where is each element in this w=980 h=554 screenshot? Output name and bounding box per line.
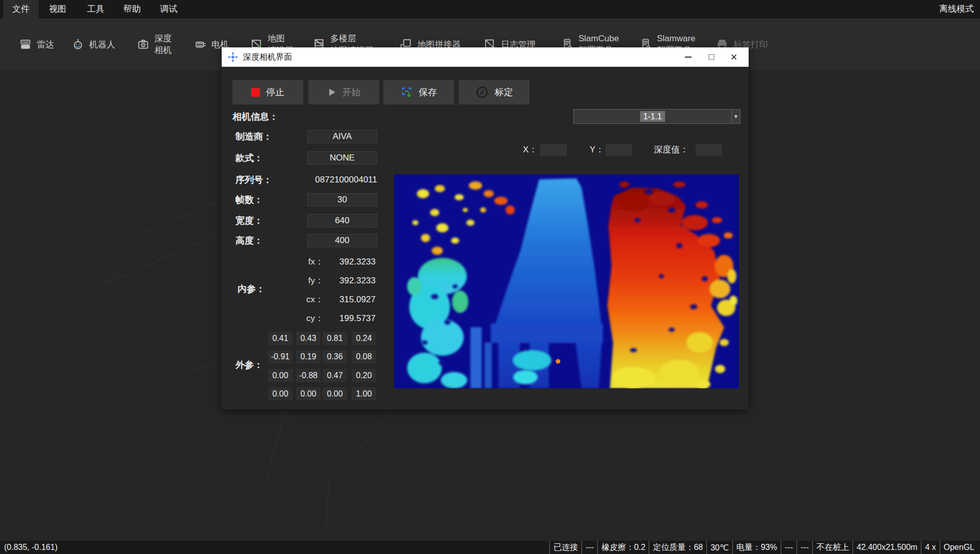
toolbar-item-robot[interactable]: 机器人 [71, 18, 115, 70]
menu-help[interactable]: 帮助 [116, 0, 148, 18]
lidar-icon [19, 38, 32, 51]
dialog-titlebar[interactable]: 深度相机界面 ✕ [222, 47, 749, 67]
camera-info-header: 相机信息： [232, 111, 278, 123]
depth-image-view[interactable] [394, 174, 739, 388]
menu-debug[interactable]: 调试 [153, 0, 184, 18]
field-label-serial: 序列号： [235, 174, 272, 186]
chevron-down-icon[interactable]: ▼ [731, 110, 740, 123]
field-label-height: 高度： [235, 234, 263, 247]
field-value-height: 400 [307, 234, 377, 247]
toolbar-label: 雷达 [37, 39, 54, 50]
status-eraser: 橡皮擦：0.2 [597, 541, 649, 554]
status-placeholder-2: --- [781, 541, 797, 554]
matrix-cell: 0.81 [323, 332, 347, 345]
close-button[interactable]: ✕ [722, 47, 746, 67]
menu-file[interactable]: 文件 [3, 0, 39, 18]
offline-mode-label: 离线模式 [939, 0, 974, 18]
status-placeholder-3: --- [797, 541, 812, 554]
probe-depth-label: 深度值： [654, 144, 688, 156]
field-label-width: 宽度： [235, 215, 263, 227]
cursor-coordinates: (0.835, -0.161) [4, 541, 58, 554]
matrix-cell: -0.91 [268, 350, 293, 363]
probe-depth-value [696, 144, 722, 156]
status-zoom-level: 4 x [921, 541, 939, 554]
intrinsic-fy-label: fy： [283, 274, 324, 287]
matrix-cell: 0.00 [323, 387, 347, 401]
intrinsics-label: 内参： [237, 283, 265, 295]
matrix-cell: 1.00 [352, 387, 376, 401]
menu-tools[interactable]: 工具 [81, 0, 111, 18]
status-localization-quality: 定位质量：68 [649, 541, 706, 554]
intrinsic-fx-label: fx： [283, 255, 324, 269]
calibrate-compass-icon [475, 86, 489, 99]
field-label-fps: 帧数： [235, 194, 263, 206]
robot-icon [71, 38, 85, 51]
field-value-fps: 30 [307, 193, 377, 206]
field-value-model: NONE [307, 151, 377, 165]
dialog-title: 深度相机界面 [243, 52, 292, 63]
matrix-cell: 0.24 [352, 332, 376, 345]
intrinsic-fx-value: 392.3233 [325, 255, 376, 269]
motor-icon [194, 38, 207, 51]
probe-y-label: Y： [590, 144, 604, 156]
intrinsic-fy-value: 392.3233 [325, 274, 376, 287]
depth-colormap-image [394, 174, 739, 388]
status-bar: (0.835, -0.161) 已连接 --- 橡皮擦：0.2 定位质量：68 … [0, 541, 980, 554]
matrix-cell: 0.08 [352, 350, 376, 363]
toolbar-item-depth-camera[interactable]: 深度相机 [137, 18, 172, 70]
matrix-cell: 0.36 [323, 350, 347, 363]
menu-view[interactable]: 视图 [41, 0, 74, 18]
intrinsic-cx-value: 315.0927 [325, 293, 376, 306]
intrinsic-cy-label: cy： [283, 312, 324, 325]
menu-bar: 文件 视图 工具 帮助 调试 离线模式 [0, 0, 980, 18]
save-button[interactable]: 保存 [383, 80, 454, 104]
minimize-icon [685, 57, 692, 58]
field-value-manufacturer: AIVA [307, 130, 377, 143]
matrix-cell: 0.19 [296, 350, 321, 363]
matrix-cell: 0.00 [268, 387, 293, 401]
matrix-cell: 0.41 [268, 332, 293, 345]
status-battery: 电量：93% [732, 541, 781, 554]
field-label-manufacturer: 制造商： [235, 130, 272, 143]
close-icon: ✕ [730, 53, 737, 62]
status-map-size: 42.400x21.500m [853, 541, 921, 554]
toolbar-item-lidar[interactable]: 雷达 [19, 18, 54, 70]
app-window: 文件 视图 工具 帮助 调试 离线模式 雷达 [0, 0, 980, 554]
field-value-serial: 0872100004011 [285, 173, 377, 187]
matrix-cell: -0.88 [296, 369, 321, 382]
maximize-button[interactable] [700, 47, 723, 67]
status-connection: 已连接 [549, 541, 581, 554]
field-label-model: 款式： [235, 152, 263, 164]
matrix-cell: 0.43 [296, 332, 321, 345]
field-value-width: 640 [307, 214, 377, 227]
matrix-cell: 0.20 [352, 369, 376, 382]
status-placeholder-1: --- [581, 541, 597, 554]
status-temperature: 30℃ [706, 541, 732, 554]
camera-select-value: 1-1.1 [574, 110, 731, 123]
maximize-icon [708, 54, 714, 60]
matrix-cell: 0.00 [268, 369, 293, 382]
save-capture-icon [401, 86, 413, 98]
stop-icon [251, 88, 260, 97]
calibrate-button[interactable]: 标定 [459, 80, 529, 104]
start-icon [327, 88, 336, 97]
matrix-cell: 0.00 [296, 387, 321, 401]
intrinsic-cy-value: 199.5737 [325, 312, 376, 325]
matrix-cell: 0.47 [323, 369, 347, 382]
stop-button[interactable]: 停止 [232, 80, 303, 104]
dialog-move-icon [228, 52, 238, 62]
extrinsics-label: 外参： [235, 359, 263, 371]
probe-y-value [605, 144, 632, 156]
minimize-button[interactable] [676, 47, 700, 67]
probe-x-label: X： [523, 144, 537, 156]
probe-x-value [540, 144, 567, 156]
status-dock-state: 不在桩上 [812, 541, 853, 554]
intrinsic-cx-label: cx： [283, 293, 324, 306]
status-renderer: OpenGL [940, 541, 978, 554]
camera-select-dropdown[interactable]: 1-1.1 ▼ [573, 109, 740, 124]
depth-camera-dialog: 深度相机界面 ✕ 停止 开始 保存 标定 [222, 47, 749, 409]
start-button[interactable]: 开始 [308, 80, 379, 104]
depth-camera-icon [137, 38, 150, 51]
